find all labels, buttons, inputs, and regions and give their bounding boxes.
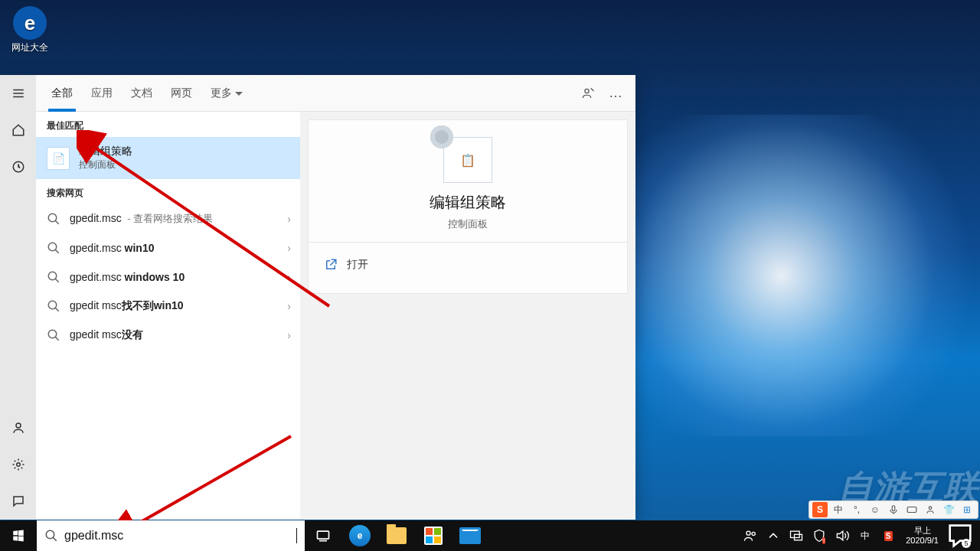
chevron-up-icon bbox=[766, 528, 781, 543]
tray-people[interactable] bbox=[739, 528, 762, 543]
ime-skin-icon[interactable]: 👕 bbox=[941, 502, 956, 517]
task-view-icon bbox=[315, 528, 331, 543]
browser-icon: e bbox=[13, 6, 47, 40]
desktop-shortcut[interactable]: e 网址大全 bbox=[8, 6, 52, 54]
ime-person-icon[interactable] bbox=[923, 502, 938, 517]
tab-all[interactable]: 全部 bbox=[42, 75, 82, 112]
svg-point-8 bbox=[48, 272, 57, 280]
rail-account-button[interactable] bbox=[0, 409, 36, 446]
search-icon bbox=[47, 328, 60, 342]
ime-logo-icon: S bbox=[812, 502, 828, 517]
svg-point-6 bbox=[48, 243, 57, 251]
svg-point-23 bbox=[746, 531, 750, 535]
chevron-right-icon: › bbox=[287, 300, 291, 312]
web-result-item[interactable]: gpedit msc没有› bbox=[36, 321, 300, 350]
svg-point-19 bbox=[46, 530, 54, 539]
svg-point-3 bbox=[585, 89, 589, 93]
action-center-button[interactable]: 5 bbox=[945, 520, 975, 551]
svg-line-5 bbox=[55, 220, 59, 224]
sogou-icon: S bbox=[884, 531, 893, 541]
web-result-item[interactable]: gpedit.msc - 查看网络搜索结果› bbox=[36, 204, 300, 233]
task-view-button[interactable] bbox=[305, 520, 341, 551]
ime-mic-icon[interactable] bbox=[886, 502, 901, 517]
action-open-label: 打开 bbox=[347, 258, 368, 272]
search-icon bbox=[47, 212, 60, 226]
tab-web[interactable]: 网页 bbox=[162, 75, 201, 112]
rail-recent-button[interactable] bbox=[0, 148, 36, 185]
rail-menu-button[interactable] bbox=[0, 75, 36, 112]
rail-feedback-button[interactable] bbox=[0, 483, 36, 520]
preview-card: 📋 编辑组策略 控制面板 打开 bbox=[308, 119, 628, 294]
store-icon bbox=[424, 527, 443, 545]
start-button[interactable] bbox=[0, 520, 37, 551]
feedback-button[interactable] bbox=[574, 80, 602, 107]
svg-rect-17 bbox=[907, 507, 916, 513]
svg-point-1 bbox=[16, 423, 21, 428]
app-store[interactable] bbox=[415, 520, 452, 551]
tray-security[interactable]: ! bbox=[808, 528, 831, 543]
tray-volume[interactable] bbox=[831, 528, 854, 543]
web-result-text: gpedit.msc windows 10 bbox=[70, 271, 185, 283]
web-result-text: gpedit.msc win10 bbox=[70, 242, 155, 254]
tabs-overflow-button[interactable] bbox=[602, 80, 629, 107]
open-icon bbox=[324, 258, 338, 272]
svg-line-9 bbox=[55, 279, 59, 282]
tab-more[interactable]: 更多 bbox=[201, 75, 252, 112]
best-match-title: 编辑组策略 bbox=[79, 145, 132, 158]
notification-icon bbox=[945, 520, 975, 551]
taskbar-search-box[interactable] bbox=[37, 520, 305, 551]
chevron-right-icon: › bbox=[287, 329, 291, 341]
preview-subtitle: 控制面板 bbox=[322, 217, 613, 231]
chat-icon bbox=[11, 494, 25, 508]
svg-point-4 bbox=[48, 214, 57, 222]
app-mail[interactable] bbox=[452, 520, 488, 551]
action-open[interactable]: 打开 bbox=[322, 253, 613, 276]
tab-apps[interactable]: 应用 bbox=[82, 75, 122, 112]
web-result-item[interactable]: gpedit.msc windows 10› bbox=[36, 262, 300, 292]
tray-sogou[interactable]: S bbox=[877, 531, 900, 541]
web-result-text: gpedit msc没有 bbox=[70, 328, 143, 342]
svg-point-2 bbox=[16, 463, 20, 467]
ime-toolbox-icon[interactable]: ⊞ bbox=[959, 502, 975, 517]
text-caret bbox=[296, 528, 297, 543]
folder-icon bbox=[387, 527, 407, 544]
ime-toolbar[interactable]: S 中 °, ☺ 👕 ⊞ bbox=[808, 500, 978, 519]
search-icon bbox=[47, 270, 60, 284]
tab-documents[interactable]: 文档 bbox=[122, 75, 162, 112]
web-result-item[interactable]: gpedit.msc win10› bbox=[36, 233, 300, 262]
people-icon bbox=[743, 528, 758, 543]
app-edge[interactable]: e bbox=[341, 520, 378, 551]
tray-overflow[interactable] bbox=[762, 528, 785, 543]
control-panel-icon: 📄 bbox=[47, 147, 70, 170]
chevron-right-icon: › bbox=[287, 271, 291, 283]
clock-date: 2020/9/1 bbox=[906, 536, 939, 546]
clock-icon bbox=[11, 160, 25, 174]
tray-project[interactable] bbox=[785, 528, 808, 543]
ime-keyboard-icon[interactable] bbox=[904, 502, 920, 517]
search-input[interactable] bbox=[64, 529, 290, 543]
search-tabs: 全部 应用 文档 网页 更多 bbox=[36, 75, 635, 112]
best-match-item[interactable]: 📄 编辑组策略 控制面板 bbox=[36, 137, 300, 179]
edge-icon: e bbox=[349, 525, 371, 546]
ime-lang[interactable]: 中 bbox=[831, 502, 846, 517]
chevron-right-icon: › bbox=[287, 213, 291, 225]
svg-line-7 bbox=[55, 249, 59, 253]
screen-icon bbox=[789, 528, 804, 543]
divider bbox=[309, 242, 627, 243]
ime-punct-icon[interactable]: °, bbox=[849, 502, 864, 517]
ime-emoji-icon[interactable]: ☺ bbox=[867, 502, 883, 517]
svg-rect-16 bbox=[892, 506, 895, 511]
person-feedback-icon bbox=[581, 86, 595, 100]
web-result-text: gpedit.msc - 查看网络搜索结果 bbox=[70, 212, 213, 226]
taskbar-clock[interactable]: 早上 2020/9/1 bbox=[900, 526, 945, 546]
taskbar: e ! 中 S 早上 2020/9/1 5 bbox=[0, 520, 980, 551]
rail-home-button[interactable] bbox=[0, 112, 36, 148]
tray-ime-lang[interactable]: 中 bbox=[854, 530, 877, 543]
chevron-right-icon: › bbox=[287, 242, 291, 254]
section-best-match: 最佳匹配 bbox=[36, 112, 300, 137]
rail-settings-button[interactable] bbox=[0, 446, 36, 483]
search-panel-body: 全部 应用 文档 网页 更多 最佳匹配 📄 编辑组策略 控制面板 bbox=[36, 75, 635, 520]
app-file-explorer[interactable] bbox=[378, 520, 415, 551]
home-icon bbox=[11, 123, 25, 137]
web-result-item[interactable]: gpedit msc找不到win10› bbox=[36, 292, 300, 321]
